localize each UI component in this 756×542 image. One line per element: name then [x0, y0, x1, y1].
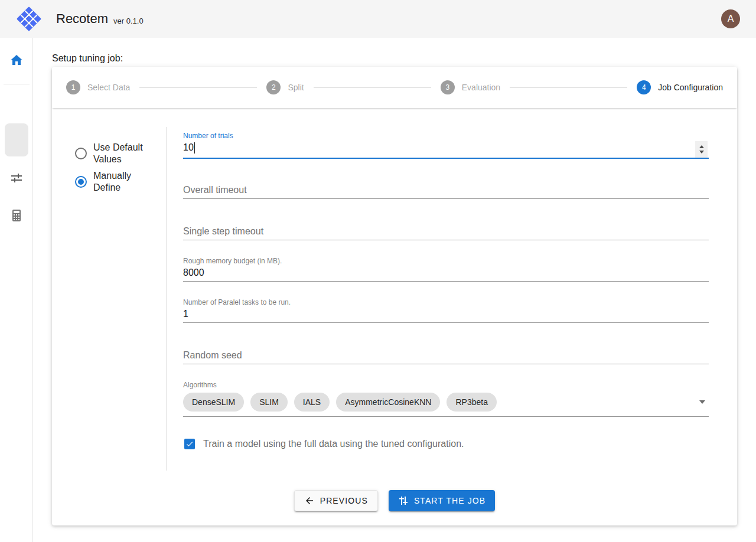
field-label: Number of Paralel tasks to be run.	[183, 298, 709, 306]
step-label: Select Data	[87, 83, 130, 92]
radio-circle-icon	[75, 148, 87, 159]
job-configuration-form: Use Default Values Manually Define Numbe…	[52, 108, 737, 525]
stepper-divider	[510, 87, 627, 88]
step-number: 2	[266, 80, 281, 94]
sidebar-divider	[4, 84, 30, 84]
algorithm-chip[interactable]: AsymmetricCosineKNN	[336, 393, 440, 412]
stepper-step-evaluation[interactable]: 3 Evaluation	[441, 80, 500, 94]
sidebar	[0, 38, 33, 542]
input-value: 10	[183, 142, 194, 153]
step-number: 1	[66, 80, 80, 94]
field-placeholder: Random seed	[183, 350, 242, 361]
stepper-up-icon[interactable]	[699, 145, 704, 148]
calculator-icon	[9, 208, 24, 223]
input-value: 8000	[183, 267, 204, 278]
number-of-trials-input[interactable]: 10	[183, 142, 709, 159]
stepper-step-job-configuration[interactable]: 4 Job Configuration	[637, 80, 723, 94]
radio-label: Use Default Values	[93, 142, 148, 165]
algorithms-select[interactable]: DenseSLIM SLIM IALS AsymmetricCosineKNN …	[183, 393, 709, 417]
text-cursor	[194, 142, 195, 154]
app-version: ver 0.1.0	[113, 17, 144, 25]
chevron-down-icon[interactable]	[699, 400, 705, 404]
stepper-step-split[interactable]: 2 Split	[266, 80, 304, 94]
sidebar-active-highlight	[5, 123, 28, 156]
radio-label: Manually Define	[93, 170, 148, 194]
stepper: 1 Select Data 2 Split 3 Evaluation 4 Job…	[52, 67, 737, 108]
memory-budget-input[interactable]: 8000	[183, 267, 709, 282]
home-icon	[9, 53, 24, 67]
previous-button[interactable]: Previous	[294, 490, 378, 511]
overall-timeout-field: Overall timeout	[183, 185, 709, 199]
sidebar-item-home[interactable]	[0, 53, 33, 67]
field-placeholder: Overall timeout	[183, 185, 247, 195]
algorithm-chip[interactable]: DenseSLIM	[183, 393, 244, 412]
page-title: Setup tuning job:	[52, 53, 123, 64]
app-header: Recotem ver 0.1.0 A	[0, 0, 756, 38]
button-label: Previous	[320, 496, 368, 505]
overall-timeout-input[interactable]: Overall timeout	[183, 185, 709, 199]
step-number: 3	[441, 80, 455, 94]
stepper-down-icon[interactable]	[699, 151, 704, 154]
algorithm-chip[interactable]: RP3beta	[447, 393, 496, 412]
checkbox-label: Train a model using the full data using …	[203, 439, 464, 449]
tune-icon	[398, 495, 409, 506]
radio-circle-icon	[75, 176, 87, 188]
number-stepper[interactable]	[695, 141, 708, 158]
number-of-trials-field: Number of trials 10	[183, 132, 709, 159]
random-seed-field: Random seed	[183, 350, 709, 364]
field-label: Number of trials	[183, 132, 709, 140]
arrow-left-icon	[304, 495, 315, 506]
tune-icon	[9, 171, 24, 185]
algorithm-chip[interactable]: SLIM	[250, 393, 288, 412]
step-label: Split	[288, 83, 304, 92]
parallel-tasks-input[interactable]: 1	[183, 309, 709, 323]
field-placeholder: Single step timeout	[183, 226, 263, 237]
check-icon	[185, 440, 194, 448]
app-title: Recotem	[56, 11, 108, 27]
tuning-job-card: 1 Select Data 2 Split 3 Evaluation 4 Job…	[52, 67, 737, 525]
stepper-divider	[314, 87, 431, 88]
vertical-divider	[166, 127, 167, 471]
config-mode-radio-group: Use Default Values Manually Define	[75, 139, 164, 196]
input-value: 1	[183, 309, 188, 319]
single-step-timeout-input[interactable]: Single step timeout	[183, 226, 709, 240]
single-step-timeout-field: Single step timeout	[183, 226, 709, 240]
stepper-divider	[139, 87, 257, 88]
sidebar-item-tuning[interactable]	[0, 171, 33, 185]
form-actions: Previous Start the job	[52, 490, 737, 511]
step-label: Evaluation	[462, 83, 500, 92]
stepper-step-select-data[interactable]: 1 Select Data	[66, 80, 130, 94]
radio-use-default-values[interactable]: Use Default Values	[75, 139, 164, 168]
field-label: Algorithms	[183, 381, 709, 389]
start-the-job-button[interactable]: Start the job	[389, 490, 495, 511]
train-full-data-checkbox[interactable]	[184, 439, 195, 449]
algorithms-field: Algorithms DenseSLIM SLIM IALS Asymmetri…	[183, 381, 709, 417]
field-label: Rough memory budget (in MB).	[183, 257, 709, 265]
algorithm-chip[interactable]: IALS	[294, 393, 330, 412]
step-number: 4	[637, 80, 651, 94]
train-full-data-row: Train a model using the full data using …	[184, 439, 464, 449]
button-label: Start the job	[414, 496, 485, 505]
sidebar-item-models[interactable]	[0, 208, 33, 223]
radio-manually-define[interactable]: Manually Define	[75, 168, 164, 196]
app-logo-icon	[17, 6, 41, 31]
random-seed-input[interactable]: Random seed	[183, 350, 709, 364]
avatar[interactable]: A	[721, 9, 740, 28]
step-label: Job Configuration	[658, 83, 723, 92]
main-content: Setup tuning job: 1 Select Data 2 Split …	[33, 38, 756, 542]
memory-budget-field: Rough memory budget (in MB). 8000	[183, 257, 709, 282]
parallel-tasks-field: Number of Paralel tasks to be run. 1	[183, 298, 709, 323]
